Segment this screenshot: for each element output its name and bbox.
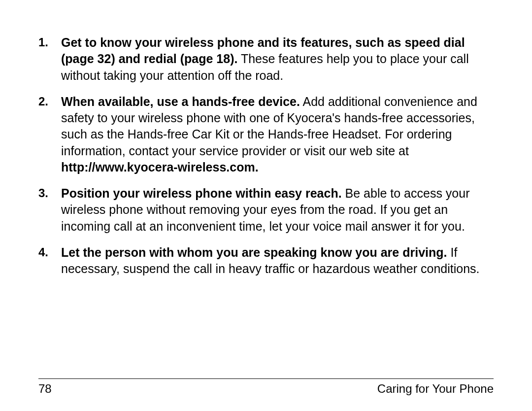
footer-rule <box>38 378 494 379</box>
manual-page: Get to know your wireless phone and its … <box>0 0 532 411</box>
list-item: Position your wireless phone within easy… <box>38 185 494 235</box>
page-footer: 78 Caring for Your Phone <box>38 378 494 396</box>
section-title: Caring for Your Phone <box>377 382 494 396</box>
item-bold-lead: When available, use a hands-free device. <box>61 95 300 108</box>
item-url: http://www.kyocera-wireless.com. <box>61 160 259 174</box>
footer-row: 78 Caring for Your Phone <box>38 382 494 396</box>
numbered-list: Get to know your wireless phone and its … <box>38 34 494 277</box>
page-number: 78 <box>38 382 52 396</box>
list-item: Get to know your wireless phone and its … <box>38 34 494 84</box>
list-item: When available, use a hands-free device.… <box>38 94 494 175</box>
item-bold-lead: Let the person with whom you are speakin… <box>61 245 447 259</box>
item-bold-lead: Position your wireless phone within easy… <box>61 186 342 200</box>
list-item: Let the person with whom you are speakin… <box>38 244 494 277</box>
